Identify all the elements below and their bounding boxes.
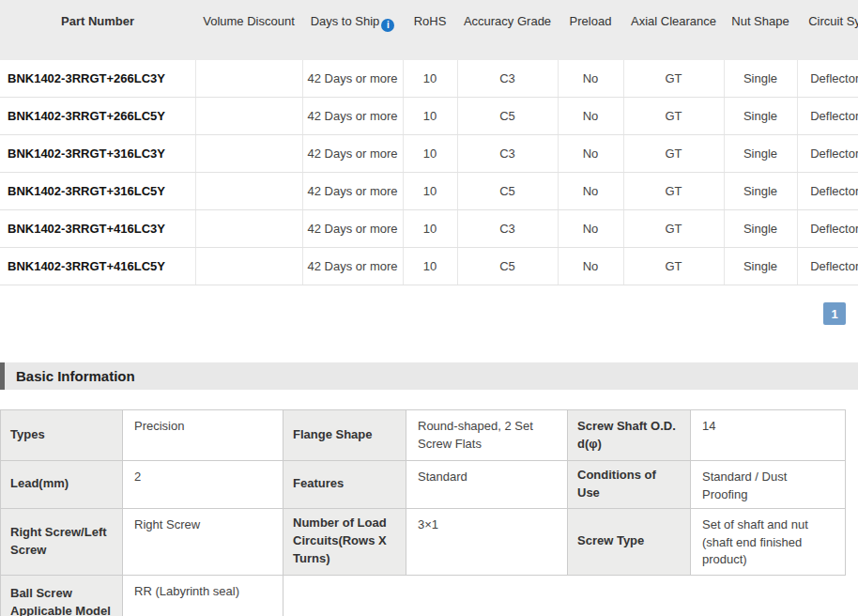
- nut-shape-cell: Single: [724, 248, 797, 285]
- column-header-nut-shape: Nut Shape: [724, 0, 797, 60]
- volume-discount-cell: [195, 210, 302, 248]
- column-header-part-number: Part Number: [0, 0, 195, 60]
- spec-label: Screw Type: [568, 508, 691, 575]
- empty-cell: [691, 575, 846, 616]
- spec-label: Features: [283, 461, 406, 509]
- spec-value: Precision: [123, 410, 283, 461]
- nut-shape-cell: Single: [724, 173, 797, 210]
- parts-table-header-row: Part Number Volume Discount Days to Ship…: [0, 0, 858, 60]
- nut-shape-cell: Single: [724, 135, 797, 173]
- basic-information-table: Types Precision Flange Shape Round-shape…: [0, 409, 846, 616]
- table-row: BNK1402-3RRGT+266LC5Y 42 Days or more 10…: [0, 98, 858, 135]
- spec-label: Flange Shape: [283, 410, 406, 461]
- circuit-cell: Deflector: [797, 210, 858, 248]
- accuracy-grade-cell: C3: [457, 135, 558, 173]
- axial-clearance-cell: GT: [623, 210, 724, 248]
- volume-discount-cell: [195, 60, 302, 98]
- nut-shape-cell: Single: [724, 210, 797, 248]
- spec-value: Set of shaft and nut (shaft end finished…: [691, 508, 846, 575]
- spec-row: Types Precision Flange Shape Round-shape…: [1, 410, 846, 461]
- table-row: BNK1402-3RRGT+316LC3Y 42 Days or more 10…: [0, 135, 858, 173]
- column-header-accuracy-grade: Accuracy Grade: [457, 0, 558, 60]
- preload-cell: No: [558, 248, 623, 285]
- table-row: BNK1402-3RRGT+416LC5Y 42 Days or more 10…: [0, 248, 858, 285]
- preload-cell: No: [558, 135, 623, 173]
- preload-cell: No: [558, 60, 623, 98]
- info-icon[interactable]: i: [381, 19, 394, 32]
- column-header-rohs: RoHS: [403, 0, 457, 60]
- axial-clearance-cell: GT: [623, 98, 724, 135]
- circuit-cell: Deflector: [797, 60, 858, 98]
- accuracy-grade-cell: C3: [457, 60, 558, 98]
- column-header-preload: Preload: [558, 0, 623, 60]
- days-to-ship-cell: 42 Days or more: [302, 135, 403, 173]
- column-header-days-to-ship: Days to Shipi: [302, 0, 403, 60]
- rohs-cell: 10: [403, 60, 457, 98]
- preload-cell: No: [558, 173, 623, 210]
- spec-label: Number of Load Circuits(Rows X Turns): [283, 508, 406, 575]
- spec-label: Right Screw/Left Screw: [1, 508, 123, 575]
- spec-value: Standard: [406, 461, 568, 509]
- spec-label: Types: [1, 410, 123, 461]
- volume-discount-cell: [195, 173, 302, 210]
- column-header-circuit-system: Circuit Sy: [797, 0, 858, 60]
- circuit-cell: Deflector: [797, 248, 858, 285]
- column-header-volume-discount: Volume Discount: [195, 0, 302, 60]
- volume-discount-cell: [195, 248, 302, 285]
- volume-discount-cell: [195, 135, 302, 173]
- spec-value: RR (Labyrinth seal): [123, 575, 283, 616]
- part-number-link[interactable]: BNK1402-3RRGT+266LC5Y: [0, 98, 195, 135]
- nut-shape-cell: Single: [724, 98, 797, 135]
- empty-cell: [283, 575, 406, 616]
- days-to-ship-label: Days to Ship: [311, 14, 380, 28]
- table-row: BNK1402-3RRGT+316LC5Y 42 Days or more 10…: [0, 173, 858, 210]
- spec-label: Lead(mm): [1, 461, 123, 509]
- volume-discount-cell: [195, 98, 302, 135]
- basic-information-header: Basic Information: [0, 362, 858, 390]
- table-row: BNK1402-3RRGT+416LC3Y 42 Days or more 10…: [0, 210, 858, 248]
- axial-clearance-cell: GT: [623, 248, 724, 285]
- axial-clearance-cell: GT: [623, 173, 724, 210]
- nut-shape-cell: Single: [724, 60, 797, 98]
- empty-cell: [406, 575, 568, 616]
- axial-clearance-cell: GT: [623, 135, 724, 173]
- rohs-cell: 10: [403, 248, 457, 285]
- spec-value: 14: [691, 410, 846, 461]
- days-to-ship-cell: 42 Days or more: [302, 248, 403, 285]
- pagination: 1: [0, 302, 846, 325]
- spec-value: Right Screw: [123, 508, 283, 575]
- spec-value: Round-shaped, 2 Set Screw Flats: [406, 410, 568, 461]
- part-number-link[interactable]: BNK1402-3RRGT+416LC3Y: [0, 210, 195, 248]
- accuracy-grade-cell: C5: [457, 98, 558, 135]
- preload-cell: No: [558, 98, 623, 135]
- rohs-cell: 10: [403, 135, 457, 173]
- spec-value: 2: [123, 461, 283, 509]
- accuracy-grade-cell: C3: [457, 210, 558, 248]
- spec-row: Lead(mm) 2 Features Standard Conditions …: [1, 461, 846, 509]
- spec-value: Standard / Dust Proofing: [691, 461, 846, 509]
- page-1-button[interactable]: 1: [823, 302, 846, 325]
- days-to-ship-cell: 42 Days or more: [302, 98, 403, 135]
- section-title: Basic Information: [16, 368, 135, 384]
- part-number-link[interactable]: BNK1402-3RRGT+316LC5Y: [0, 173, 195, 210]
- accuracy-grade-cell: C5: [457, 248, 558, 285]
- spec-label: Ball Screw Applicable Model Number: [1, 575, 123, 616]
- spec-value: 3×1: [406, 508, 568, 575]
- table-row: BNK1402-3RRGT+266LC3Y 42 Days or more 10…: [0, 60, 858, 98]
- days-to-ship-cell: 42 Days or more: [302, 173, 403, 210]
- part-number-link[interactable]: BNK1402-3RRGT+266LC3Y: [0, 60, 195, 98]
- part-number-link[interactable]: BNK1402-3RRGT+316LC3Y: [0, 135, 195, 173]
- rohs-cell: 10: [403, 173, 457, 210]
- preload-cell: No: [558, 210, 623, 248]
- circuit-cell: Deflector: [797, 98, 858, 135]
- rohs-cell: 10: [403, 98, 457, 135]
- spec-label: Screw Shaft O.D. d(φ): [568, 410, 691, 461]
- spec-row: Ball Screw Applicable Model Number RR (L…: [1, 575, 846, 616]
- column-header-axial-clearance: Axial Clearance: [623, 0, 724, 60]
- accuracy-grade-cell: C5: [457, 173, 558, 210]
- days-to-ship-cell: 42 Days or more: [302, 210, 403, 248]
- rohs-cell: 10: [403, 210, 457, 248]
- days-to-ship-cell: 42 Days or more: [302, 60, 403, 98]
- parts-table: Part Number Volume Discount Days to Ship…: [0, 0, 858, 285]
- part-number-link[interactable]: BNK1402-3RRGT+416LC5Y: [0, 248, 195, 285]
